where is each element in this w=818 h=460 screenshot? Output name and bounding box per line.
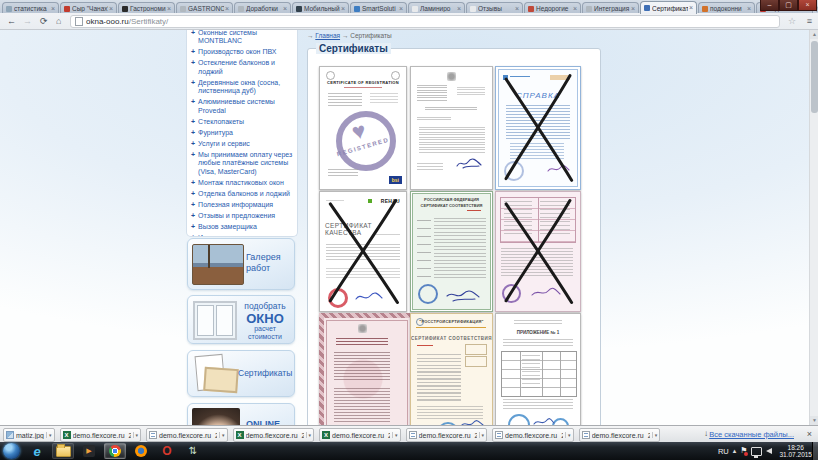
show-all-downloads-link[interactable]: Все скачанные файлы... (709, 430, 794, 439)
page-scrollbar[interactable]: ▲ ▼ (809, 30, 818, 425)
download-item[interactable]: Xdemo.flexcore.ru_29....csv▾ (60, 428, 142, 442)
download-item[interactable]: demo.flexcore.ru_2...html▾ (146, 428, 228, 442)
download-item[interactable]: matiz.jpg▾ (3, 428, 55, 442)
clock[interactable]: 18:26 31.07.2015 (779, 444, 812, 459)
download-filename: demo.flexcore.ru_2...html (419, 432, 477, 439)
sidebar-link[interactable]: +Стеклопакеты (191, 118, 293, 127)
tab-close-icon[interactable]: × (167, 6, 171, 12)
back-button[interactable]: ← (7, 15, 16, 27)
download-caret-icon[interactable]: ▾ (479, 432, 485, 438)
pick-window-widget[interactable]: подобрать ОКНО расчет стоимости (187, 295, 295, 344)
download-caret-icon[interactable]: ▾ (565, 432, 571, 438)
sidebar-link[interactable]: +Вызов замерщика (191, 223, 293, 232)
download-caret-icon[interactable]: ▾ (392, 432, 398, 438)
show-hidden-icons[interactable]: ▴ (733, 447, 737, 455)
certificate-5[interactable]: РОССИЙСКАЯ ФЕДЕРАЦИЯ СЕРТИФИКАТ СООТВЕТС… (410, 191, 493, 312)
tab-close-icon[interactable]: × (689, 5, 693, 11)
tab-close-icon[interactable]: × (283, 6, 287, 12)
language-indicator[interactable]: RU (718, 447, 729, 456)
sidebar-link[interactable]: +Отзывы и предложения (191, 212, 293, 221)
taskbar-sync-app[interactable]: ⇅ (182, 443, 204, 459)
certificate-8[interactable]: "РОССТРОЙСЕРТИФИКАЦИЯ" СЕРТИФИКАТ СООТВЕ… (410, 313, 493, 425)
close-downloads-bar-icon[interactable]: × (807, 429, 812, 439)
sidebar-link[interactable]: +Монтаж пластиковых окон (191, 179, 293, 188)
internet-explorer-icon: e (33, 445, 40, 458)
close-window-button[interactable]: × (798, 0, 817, 11)
breadcrumb-home-link[interactable]: Главная (315, 32, 340, 39)
browser-tab[interactable]: Сертификат× (640, 1, 697, 14)
taskbar-opera[interactable]: O (156, 443, 178, 459)
taskbar-explorer[interactable] (52, 443, 74, 459)
tab-close-icon[interactable]: × (51, 6, 55, 12)
tab-close-icon[interactable]: × (341, 6, 345, 12)
download-caret-icon[interactable]: ▾ (306, 432, 312, 438)
cross-out-mark (496, 192, 580, 311)
sidebar-link[interactable]: +Отделка балконов и лоджий (191, 190, 293, 199)
download-caret-icon[interactable]: ▾ (46, 432, 52, 438)
download-item[interactable]: Xdemo.flexcore.ru_29....csv▾ (233, 428, 315, 442)
folder-icon (56, 446, 71, 457)
certificates-widget[interactable]: Сертификаты (187, 350, 295, 397)
download-caret-icon[interactable]: ▾ (219, 432, 225, 438)
tab-close-icon[interactable]: × (457, 6, 461, 12)
tab-close-icon[interactable]: × (573, 6, 577, 12)
gallery-widget[interactable]: Галерея работ (187, 238, 295, 290)
tab-close-icon[interactable]: × (631, 6, 635, 12)
menu-icon[interactable]: ≡ (807, 15, 812, 27)
sidebar-link[interactable]: +Полезная информация (191, 201, 293, 210)
certificate-7[interactable] (319, 313, 415, 425)
online-consultant-widget[interactable]: ONLINE (187, 403, 295, 425)
home-button[interactable]: ⌂ (56, 15, 61, 27)
sidebar-link[interactable]: +Интернет магазин (191, 234, 293, 238)
start-button[interactable] (3, 443, 20, 459)
tab-close-icon[interactable]: × (747, 6, 751, 12)
sidebar-link[interactable]: +Деревянные окна (сосна, лиственница дуб… (191, 79, 293, 96)
certificate-4[interactable]: REHAU СЕРТИФИКАТ КАЧЕСТВА (319, 191, 407, 312)
show-desktop-button[interactable] (812, 442, 818, 460)
download-caret-icon[interactable]: ▾ (652, 432, 658, 438)
tab-close-icon[interactable]: × (225, 6, 229, 12)
taskbar-chrome[interactable] (104, 443, 126, 459)
speaker-icon[interactable] (766, 448, 772, 454)
plus-bullet-icon: + (191, 129, 195, 138)
sidebar-link[interactable]: +Алюминиевые системы Provedal (191, 98, 293, 115)
download-item[interactable]: demo.flexcore.ru_2...html▾ (492, 428, 574, 442)
tab-favicon (64, 6, 70, 12)
sidebar-link[interactable]: +Производство окон ПВХ (191, 48, 293, 57)
html-file-icon (149, 431, 157, 439)
certificate-3[interactable]: СПРАВКА (495, 66, 581, 190)
scroll-up-icon[interactable]: ▲ (810, 30, 818, 39)
taskbar-media-player[interactable]: ▶ (78, 443, 100, 459)
decorative-detail (417, 85, 447, 101)
forward-button[interactable]: → (23, 15, 32, 27)
refresh-button[interactable]: ⟳ (40, 15, 48, 27)
maximize-button[interactable]: ▢ (779, 0, 798, 11)
action-center-flag-icon[interactable]: ⚑ (740, 446, 747, 456)
sidebar-link[interactable]: +Оконные системы MONTBLANC (191, 30, 293, 46)
download-item[interactable]: demo.flexcore.ru_2...html▾ (579, 428, 661, 442)
sidebar-link[interactable]: +Фурнитура (191, 129, 293, 138)
download-item[interactable]: Xdemo.flexcore.ru_29....csv▾ (319, 428, 401, 442)
sidebar-link[interactable]: +Мы принимаем оплату через любые платёжн… (191, 151, 293, 177)
scroll-down-icon[interactable]: ▼ (810, 416, 818, 425)
tab-close-icon[interactable]: × (515, 6, 519, 12)
download-caret-icon[interactable]: ▾ (133, 432, 139, 438)
scrollbar-thumb[interactable] (811, 41, 818, 113)
certificate-1[interactable]: CERTIFICATE OF REGISTRATION ♥ REGISTERED… (319, 66, 407, 190)
tab-close-icon[interactable]: × (109, 6, 113, 12)
certificate-2[interactable] (410, 66, 493, 190)
network-icon[interactable] (751, 447, 762, 456)
address-bar[interactable]: okna-ooo.ru/Sertifikaty/ (70, 15, 780, 28)
certificate-9[interactable]: ПРИЛОЖЕНИЕ № 1 (495, 313, 581, 425)
certificate-6[interactable] (495, 191, 581, 312)
operator-photo (192, 408, 240, 425)
taskbar-ie[interactable]: e (26, 443, 48, 459)
signature (532, 416, 556, 425)
tab-close-icon[interactable]: × (399, 6, 403, 12)
sidebar-link[interactable]: +Остекление балконов и лоджий (191, 59, 293, 76)
bookmark-star-icon[interactable]: ☆ (788, 15, 796, 27)
taskbar-firefox[interactable] (130, 443, 152, 459)
download-item[interactable]: demo.flexcore.ru_2...html▾ (406, 428, 488, 442)
sidebar-link[interactable]: +Услуги и сервис (191, 140, 293, 149)
minimize-button[interactable]: – (760, 0, 779, 11)
